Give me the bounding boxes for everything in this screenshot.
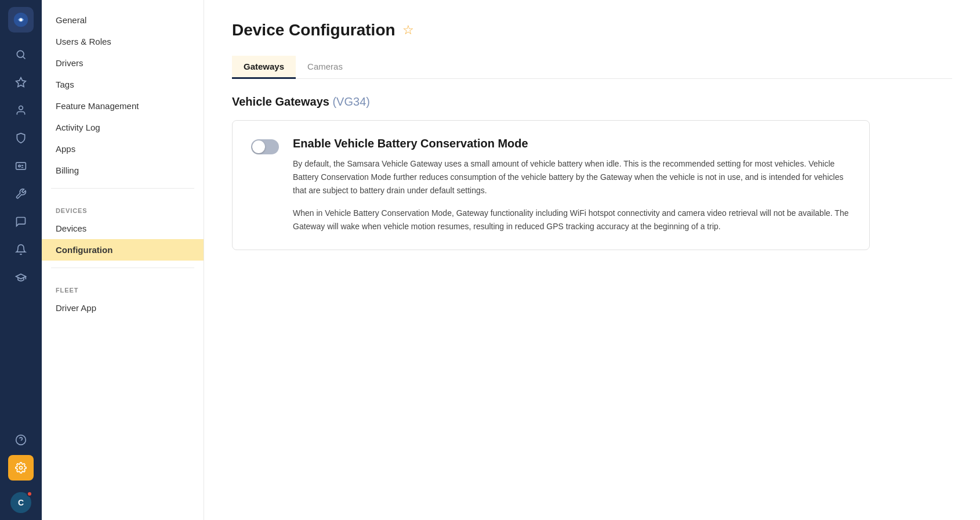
search-nav-icon[interactable] [8,42,34,67]
sidebar-item-devices[interactable]: Devices [42,218,204,239]
toggle-knob [252,140,265,153]
question-nav-icon[interactable] [8,427,34,453]
card-title: Enable Vehicle Battery Conservation Mode [293,137,851,150]
main-content: Device Configuration ☆ Gateways Cameras … [204,0,980,520]
graduation-nav-icon[interactable] [8,265,34,290]
avatar[interactable]: C [10,492,31,513]
sidebar-divider-2 [51,268,194,268]
card-row: Enable Vehicle Battery Conservation Mode… [251,137,851,233]
svg-point-1 [19,18,22,21]
app-logo [8,7,34,32]
sidebar-section-fleet: FLEET [42,275,204,297]
page-title-row: Device Configuration ☆ [232,21,952,39]
model-tag: (VG34) [332,95,369,108]
bell-nav-icon[interactable] [8,237,34,262]
tab-gateways[interactable]: Gateways [232,56,296,79]
toggle-container[interactable] [251,139,279,154]
svg-point-7 [19,165,20,167]
sidebar-divider-1 [51,188,194,189]
sidebar-section-devices: DEVICES [42,196,204,218]
idcard-nav-icon[interactable] [8,153,34,179]
sidebar: General Users & Roles Drivers Tags Featu… [42,0,204,520]
svg-point-2 [17,50,24,57]
person-nav-icon[interactable] [8,98,34,123]
chat-nav-icon[interactable] [8,209,34,234]
tab-cameras[interactable]: Cameras [296,56,354,79]
svg-line-3 [23,57,26,59]
svg-marker-4 [16,78,26,87]
page-title: Device Configuration [232,21,395,39]
star-nav-icon[interactable] [8,70,34,95]
sidebar-item-billing[interactable]: Billing [42,160,204,181]
card-paragraph-1: By default, the Samsara Vehicle Gateway … [293,157,851,197]
battery-conservation-toggle[interactable] [251,139,279,154]
shield-nav-icon[interactable] [8,125,34,151]
sidebar-item-apps[interactable]: Apps [42,138,204,160]
favorite-star-icon[interactable]: ☆ [402,23,414,38]
sidebar-item-feature-management[interactable]: Feature Management [42,95,204,117]
wrench-nav-icon[interactable] [8,181,34,207]
sidebar-item-configuration[interactable]: Configuration [42,239,204,261]
sidebar-item-users-roles[interactable]: Users & Roles [42,31,204,52]
notification-badge [27,491,32,497]
card-paragraph-2: When in Vehicle Battery Conservation Mod… [293,207,851,233]
sidebar-item-drivers[interactable]: Drivers [42,52,204,74]
sidebar-item-general[interactable]: General [42,9,204,31]
card-content: Enable Vehicle Battery Conservation Mode… [293,137,851,233]
svg-point-5 [19,106,23,110]
svg-point-10 [20,467,23,470]
sidebar-item-driver-app[interactable]: Driver App [42,297,204,319]
sidebar-item-tags[interactable]: Tags [42,74,204,95]
battery-conservation-card: Enable Vehicle Battery Conservation Mode… [232,120,870,250]
tabs: Gateways Cameras [232,56,952,79]
sidebar-item-activity-log[interactable]: Activity Log [42,117,204,138]
icon-bar: C [0,0,42,520]
settings-nav-icon[interactable] [8,455,34,481]
section-heading: Vehicle Gateways (VG34) [232,95,952,109]
